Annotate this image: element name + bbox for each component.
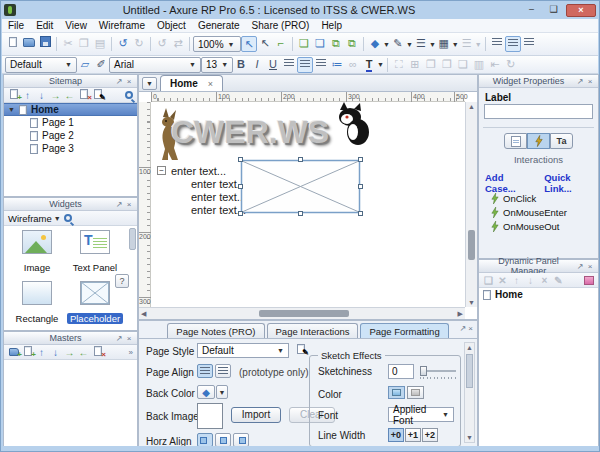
underline-button[interactable]: U bbox=[265, 57, 281, 73]
overflow-chevron-icon[interactable]: » bbox=[129, 348, 133, 357]
sketchiness-input[interactable] bbox=[388, 364, 414, 379]
close-button[interactable]: × bbox=[566, 4, 596, 17]
move-up-icon[interactable]: ↑ bbox=[22, 89, 33, 102]
format-painter-icon[interactable]: ✐ bbox=[93, 57, 109, 73]
move-down-icon[interactable]: ↓ bbox=[36, 89, 47, 102]
align-top-icon[interactable] bbox=[489, 36, 505, 52]
chevron-down-icon[interactable]: ▼ bbox=[429, 41, 436, 48]
text-align-right-icon[interactable] bbox=[313, 57, 329, 73]
tab-home[interactable]: Home × bbox=[160, 75, 223, 91]
canvas-vertical-scrollbar[interactable]: ▲ ▼ bbox=[465, 102, 477, 307]
edit-page-style-icon[interactable]: ✎ bbox=[295, 344, 306, 357]
back-color-bucket-icon[interactable]: ◆ bbox=[197, 385, 215, 399]
search-icon[interactable] bbox=[64, 214, 72, 222]
zoom-select[interactable]: 100% ▼ bbox=[193, 36, 241, 52]
close-panel-icon[interactable]: × bbox=[124, 77, 134, 86]
delete-page-icon[interactable]: × bbox=[78, 89, 89, 102]
history-forward-icon[interactable]: ⇄ bbox=[170, 36, 186, 52]
save-icon[interactable] bbox=[37, 36, 53, 52]
resize-handle[interactable] bbox=[358, 157, 363, 162]
search-icon[interactable] bbox=[125, 91, 133, 99]
close-panel-icon[interactable]: × bbox=[124, 334, 134, 343]
open-file-icon[interactable] bbox=[21, 36, 37, 52]
cut-icon[interactable]: ✂ bbox=[60, 36, 76, 52]
popout-icon[interactable]: ↗ bbox=[114, 334, 124, 343]
send-back-icon[interactable]: ⧉ bbox=[344, 36, 360, 52]
scroll-right-icon[interactable]: ▶ bbox=[458, 310, 463, 318]
canvas-horizontal-scrollbar[interactable]: ◀ ▶ bbox=[139, 307, 465, 319]
style-editor-icon[interactable]: ▱ bbox=[77, 57, 93, 73]
scroll-down-icon[interactable]: ▼ bbox=[465, 434, 474, 441]
minimize-button[interactable]: – bbox=[522, 4, 541, 17]
event-onclick[interactable]: OnClick bbox=[491, 192, 536, 205]
import-button[interactable]: Import bbox=[231, 407, 281, 423]
delete-master-icon[interactable]: × bbox=[92, 346, 103, 359]
indent-icon[interactable]: → bbox=[50, 89, 61, 102]
chevron-down-icon[interactable]: ▼ bbox=[377, 61, 384, 68]
tree-widget[interactable]: − enter text... enter text... enter text… bbox=[157, 164, 246, 216]
event-onmouseenter[interactable]: OnMouseEnter bbox=[491, 206, 567, 219]
widget-label-input[interactable] bbox=[484, 104, 593, 119]
chevron-down-icon[interactable]: ▼ bbox=[452, 41, 459, 48]
sketchiness-slider[interactable] bbox=[420, 370, 456, 372]
resize-handle[interactable] bbox=[298, 157, 303, 162]
close-panel-icon[interactable]: × bbox=[585, 77, 595, 86]
scroll-up-icon[interactable]: ▲ bbox=[466, 103, 477, 110]
select-contained-icon[interactable]: ↖ bbox=[257, 36, 273, 52]
event-onmouseout[interactable]: OnMouseOut bbox=[491, 220, 560, 233]
borders-icon[interactable]: ▦ bbox=[436, 36, 452, 52]
expand-triangle-icon[interactable]: ▼ bbox=[8, 106, 15, 113]
tab-formatting[interactable]: Ta bbox=[550, 133, 573, 149]
align-middle-icon[interactable] bbox=[505, 36, 521, 52]
outdent-icon[interactable]: ← bbox=[78, 346, 89, 359]
resize-handle[interactable] bbox=[238, 211, 243, 216]
copy-icon[interactable]: ❐ bbox=[76, 36, 92, 52]
line-width-plus2-button[interactable]: +2 bbox=[422, 428, 438, 442]
menu-file[interactable]: File bbox=[2, 20, 30, 31]
new-file-icon[interactable] bbox=[5, 36, 21, 52]
placeholder-widget-selected[interactable] bbox=[240, 159, 361, 214]
back-color-dropdown[interactable]: ▼ bbox=[216, 385, 228, 399]
line-width-icon[interactable]: ☰ bbox=[413, 36, 429, 52]
popout-icon[interactable]: ↗ bbox=[459, 324, 466, 333]
add-case-link[interactable]: Add Case... bbox=[485, 172, 534, 194]
widgets-scrollbar[interactable] bbox=[129, 228, 136, 250]
resize-handle[interactable] bbox=[358, 184, 363, 189]
history-back-icon[interactable]: ↺ bbox=[154, 36, 170, 52]
menu-help[interactable]: Help bbox=[315, 20, 348, 31]
arrow-style-icon[interactable]: ☰ bbox=[459, 36, 475, 52]
chevron-down-icon[interactable]: ▼ bbox=[475, 41, 482, 48]
resize-handle[interactable] bbox=[298, 211, 303, 216]
page-style-select[interactable]: Default ▼ bbox=[197, 343, 289, 358]
widget-text-panel[interactable]: T Text Panel bbox=[66, 230, 124, 275]
widget-help-badge[interactable]: ? bbox=[115, 274, 129, 288]
font-select[interactable]: Arial ▼ bbox=[109, 57, 201, 73]
bring-front-icon[interactable]: ⧉ bbox=[328, 36, 344, 52]
sitemap-item-home[interactable]: ▼ Home bbox=[4, 103, 137, 116]
tab-annotations[interactable] bbox=[504, 133, 527, 149]
text-align-center-icon[interactable] bbox=[297, 57, 313, 73]
chevron-down-icon[interactable]: ▼ bbox=[406, 41, 413, 48]
add-folder-icon[interactable]: + bbox=[8, 346, 19, 359]
add-master-icon[interactable]: + bbox=[22, 346, 33, 359]
outdent-icon[interactable]: ← bbox=[64, 89, 75, 102]
scroll-up-icon[interactable]: ▲ bbox=[465, 344, 474, 351]
fill-color-icon[interactable]: ◆ bbox=[367, 36, 383, 52]
sketch-font-select[interactable]: Applied Font ▼ bbox=[388, 407, 454, 422]
pointer-tool-icon[interactable]: ↖ bbox=[241, 36, 257, 52]
wireframe-page[interactable]: CWER.WS − enter text... enter text... bbox=[151, 102, 465, 307]
ungroup-icon[interactable]: ❏ bbox=[312, 36, 328, 52]
tab-page-formatting[interactable]: Page Formatting bbox=[360, 323, 448, 338]
widget-rectangle[interactable]: Rectangle bbox=[8, 281, 66, 326]
indent-icon[interactable]: → bbox=[64, 346, 75, 359]
color-mode-color-button[interactable] bbox=[388, 386, 405, 399]
tab-page-notes[interactable]: Page Notes (PRO) bbox=[167, 323, 264, 338]
popout-icon[interactable]: ↗ bbox=[575, 77, 585, 86]
paste-icon[interactable]: ▤ bbox=[92, 36, 108, 52]
group-icon[interactable]: ❏ bbox=[296, 36, 312, 52]
slider-thumb[interactable] bbox=[420, 366, 427, 376]
align-bottom-icon[interactable] bbox=[521, 36, 537, 52]
menu-edit[interactable]: Edit bbox=[30, 20, 59, 31]
text-align-left-icon[interactable] bbox=[281, 57, 297, 73]
italic-button[interactable]: I bbox=[249, 57, 265, 73]
